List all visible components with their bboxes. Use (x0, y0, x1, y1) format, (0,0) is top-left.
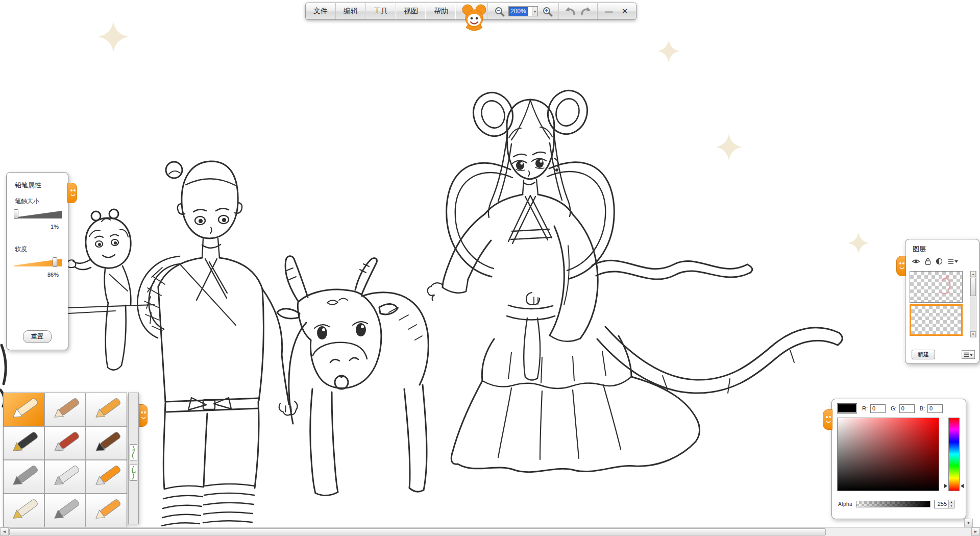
pencil-icon (6, 395, 42, 424)
tool-wooden-pencil[interactable] (45, 393, 85, 426)
horizontal-scroll-thumb[interactable] (9, 528, 826, 535)
spin-up-button[interactable]: ▲ (948, 500, 954, 504)
texture-thumbnail[interactable] (130, 444, 137, 460)
crayon-icon (88, 395, 125, 424)
lock-icon[interactable] (925, 258, 931, 265)
scroll-down-button[interactable]: ▼ (964, 519, 973, 527)
scroll-left-button[interactable]: ◄ (0, 527, 9, 536)
close-button[interactable]: ✕ (618, 5, 631, 18)
blend-icon[interactable] (936, 258, 943, 265)
brush-size-label: 笔触大小 (15, 197, 39, 206)
ink-brush-icon (88, 429, 125, 457)
brush-size-knob[interactable] (14, 209, 18, 219)
history-controls (559, 3, 598, 19)
alpha-value-spinner: 255 ▲ ▼ (934, 500, 954, 508)
brush-size-slider[interactable] (14, 209, 62, 219)
green-input[interactable]: 0 (899, 404, 915, 413)
zoom-in-button[interactable] (541, 5, 554, 18)
marker-icon (47, 429, 84, 457)
tool-crayon[interactable] (86, 393, 127, 426)
visibility-icon[interactable] (912, 258, 920, 264)
red-input[interactable]: 0 (870, 404, 886, 413)
minimize-button[interactable]: — (602, 5, 616, 18)
alpha-gradient (856, 501, 930, 507)
palette-drag-handle[interactable] (138, 404, 148, 427)
alpha-value[interactable]: 255 (935, 500, 948, 508)
redo-icon (580, 7, 592, 16)
tool-paint-tube[interactable] (4, 494, 44, 527)
window-controls: — ✕ (598, 3, 636, 19)
layer-options-button[interactable] (962, 350, 975, 359)
softness-knob[interactable] (53, 257, 57, 267)
zoom-out-icon (494, 6, 505, 17)
reset-button[interactable]: 重置 (23, 330, 52, 343)
layers-panel: 图层 ▲ ▼ 新建 (905, 239, 979, 364)
scroll-right-button[interactable]: ► (971, 527, 980, 536)
softness-label: 软度 (15, 245, 27, 254)
green-label: G: (891, 405, 897, 411)
current-color-swatch[interactable] (837, 403, 857, 413)
menu-edit[interactable]: 编辑 (336, 3, 366, 19)
texture-strip[interactable] (128, 393, 139, 524)
quill-icon (47, 496, 84, 525)
layer-thumbnail-1[interactable] (910, 271, 963, 303)
zoom-out-button[interactable] (493, 5, 506, 18)
layer-list-scrollbar[interactable]: ▲ ▼ (970, 271, 976, 337)
panel-drag-handle[interactable] (823, 409, 832, 430)
zoom-in-icon (542, 6, 553, 17)
tool-ink-brush[interactable] (86, 427, 127, 459)
blue-input[interactable]: 0 (927, 404, 943, 413)
menu-file[interactable]: 文件 (306, 3, 336, 19)
fountain-pen-icon (6, 429, 42, 457)
tool-marker[interactable] (45, 427, 85, 459)
alpha-slider[interactable] (856, 501, 930, 507)
red-label: R: (862, 405, 868, 411)
hue-slider[interactable] (948, 418, 960, 491)
tool-grid (3, 393, 127, 527)
drawing-cowherd (158, 161, 298, 526)
undo-button[interactable] (564, 5, 577, 18)
softness-slider[interactable] (14, 257, 62, 267)
layer-sketch-preview (910, 272, 963, 303)
tool-palette (3, 393, 127, 527)
eraser-crayon-icon (88, 496, 125, 525)
drawing-ribbons (592, 260, 842, 393)
alpha-row: Alpha 255 ▲ ▼ (838, 500, 962, 508)
layer-thumbnail-2[interactable] (910, 304, 963, 336)
menu-help[interactable]: 帮助 (426, 3, 456, 19)
layer-list (910, 271, 967, 337)
saturation-value-picker[interactable] (837, 418, 939, 491)
tool-paint-roller[interactable] (86, 460, 127, 493)
zoom-dropdown-button[interactable]: ▾ (532, 7, 537, 16)
texture-thumbnail[interactable] (130, 465, 137, 481)
tool-pencil[interactable] (4, 393, 44, 426)
mascot-clown-icon[interactable] (461, 3, 487, 36)
new-layer-button[interactable]: 新建 (912, 350, 935, 359)
alpha-label: Alpha (838, 501, 852, 507)
paint-tube-icon (6, 496, 42, 525)
pencil-properties-panel: 铅笔属性 笔触大小 1% 软度 86% 重置 (6, 172, 68, 350)
spin-down-button[interactable]: ▼ (948, 504, 954, 508)
menu-view[interactable]: 视图 (396, 3, 426, 19)
tool-fountain-pen[interactable] (4, 427, 44, 459)
redo-button[interactable] (579, 5, 593, 18)
scroll-down-button[interactable]: ▼ (970, 331, 976, 337)
tool-airbrush[interactable] (4, 460, 44, 493)
layer-menu-icon[interactable] (947, 258, 958, 264)
scroll-up-button[interactable]: ▲ (970, 271, 976, 277)
wooden-pencil-icon (47, 395, 84, 424)
tool-quill[interactable] (45, 494, 85, 527)
horizontal-scrollbar[interactable]: ◄ ► (0, 527, 980, 536)
panel-drag-handle[interactable] (67, 183, 77, 203)
layer-footer: 新建 (912, 350, 975, 359)
tool-palette-knife[interactable] (45, 460, 85, 493)
drawing-canvas[interactable]: 文件 编辑 工具 视图 帮助 200% ▾ (0, 0, 980, 536)
menu-tools[interactable]: 工具 (366, 3, 396, 19)
panel-drag-handle[interactable] (896, 256, 906, 276)
alpha-spin-buttons: ▲ ▼ (948, 500, 954, 508)
zoom-level-input[interactable]: 200% ▾ (508, 6, 538, 16)
scroll-thumb[interactable] (970, 278, 976, 296)
brush-size-value: 1% (51, 224, 59, 230)
zoom-level-value: 200% (509, 7, 528, 16)
tool-eraser-crayon[interactable] (86, 494, 127, 527)
